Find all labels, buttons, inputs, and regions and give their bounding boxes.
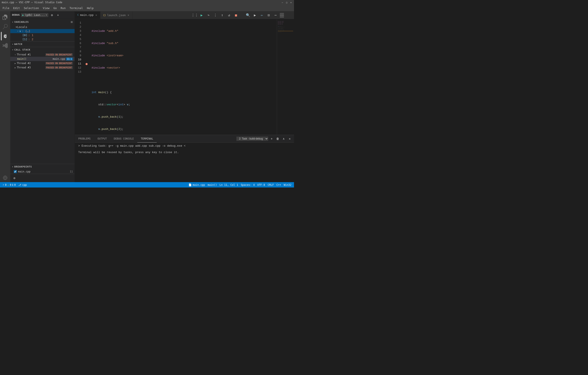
thread-2[interactable]: ▶ Thread #2 PAUSED ON BREAKPOINT [10, 61, 74, 65]
status-function[interactable]: main() [207, 183, 218, 186]
status-position[interactable]: Ln 11, Col 1 [219, 183, 239, 186]
code-line-9: v.push_back(2); [90, 127, 277, 131]
gutter-3 [85, 29, 90, 33]
status-line-ending[interactable]: CRLF [267, 183, 275, 186]
activity-remote[interactable] [1, 173, 10, 182]
breakpoint-checkbox[interactable] [14, 170, 17, 173]
code-line-5 [90, 78, 277, 82]
debug-continue-btn[interactable]: ▶ [199, 12, 205, 18]
tab-debug-console[interactable]: DEBUG CONSOLE [110, 135, 137, 143]
gutter-5 [85, 37, 90, 41]
layout-btn[interactable]: ⊡ [266, 12, 272, 18]
debug-sidebar-toggle[interactable]: ⋮⋮ [192, 12, 198, 18]
code-line-4: #include <vector> [90, 66, 277, 70]
menu-terminal[interactable]: Terminal [68, 6, 85, 11]
gutter-1 [85, 21, 90, 25]
debug-settings-btn[interactable]: ⚙ [50, 13, 54, 17]
gutter-2 [85, 25, 90, 29]
info-icon: ℹ [12, 183, 13, 186]
debug-controls: ⋮⋮ ▶ ↷ ⋮ ↑ ↺ ■ 🔍 ▶ ⇦ ⊡ ⋯ ███████████████… [190, 11, 294, 19]
activity-search[interactable] [1, 22, 10, 31]
var-v[interactable]: ▾ v : {…} [10, 29, 74, 33]
status-encoding[interactable]: UTF-8 [256, 183, 266, 186]
split-btn[interactable]: ⋯ [273, 12, 279, 18]
var-v-1[interactable]: [1] : 2 [10, 37, 74, 41]
debug-new-config-btn[interactable]: + [56, 13, 60, 17]
callstack-header[interactable]: ▾ CALL STACK [10, 47, 74, 53]
activity-debug[interactable] [1, 32, 10, 40]
minimize-button[interactable]: — [281, 1, 284, 4]
variables-panel: ▾ VARIABLES ⊞ ▾ Locals ▾ v : {…} [10, 19, 74, 41]
editor-gutter: ● [85, 19, 90, 135]
breakpoint-main-11[interactable]: main.cpp 11 [10, 170, 74, 174]
locals-group[interactable]: ▾ Locals [10, 25, 74, 29]
debug-stop-btn[interactable]: ■ [233, 12, 239, 18]
activity-extensions[interactable] [1, 41, 10, 50]
status-language[interactable]: C++ [275, 183, 282, 186]
watch-header[interactable]: ▾ WATCH [10, 42, 74, 47]
tab-main-cpp-close[interactable]: ✕ [95, 13, 98, 17]
status-spaces[interactable]: Spaces: 4 [240, 183, 255, 186]
thread-3[interactable]: ▶ Thread #3 PAUSED ON BREAKPOINT [10, 65, 74, 70]
sidebar-bottom: ⚙ [10, 174, 74, 182]
debug-restart-btn[interactable]: ↺ [226, 12, 232, 18]
terminal-line-3: Terminal will be reused by tasks, press … [78, 151, 291, 154]
debug-config-selector[interactable]: ▶ (gdb) Laun... ▾ [21, 13, 48, 17]
settings-btn[interactable]: ⚙ [12, 176, 17, 180]
menu-help[interactable]: Help [85, 6, 95, 11]
panel-maximize-btn[interactable]: ∧ [281, 136, 286, 141]
status-info: 0 [14, 183, 16, 186]
var-v-0[interactable]: [0] : 1 [10, 33, 74, 37]
menu-edit[interactable]: Edit [11, 6, 21, 11]
panel-close-btn[interactable]: ✕ [287, 136, 292, 141]
debug-more-btn[interactable]: ⋮ [212, 12, 218, 18]
close-button[interactable]: ✕ [290, 1, 292, 4]
status-filepath[interactable]: 📄 main.cpp [188, 183, 206, 186]
thread-1[interactable]: ▾ Thread #1 PAUSED ON BREAKPOINT [10, 53, 74, 57]
bottom-panel: PROBLEMS OUTPUT DEBUG CONSOLE TERMINAL 2… [75, 135, 294, 182]
variables-expand-btn[interactable]: ⊞ [71, 20, 73, 24]
tab-json-icon: {} [103, 14, 106, 17]
statusbar: ⚡ 0 ⚠ 0 ℹ 0 ⎇ cpp 📄 main.cpp main() Ln 1… [0, 182, 294, 188]
status-platform[interactable]: Win32 [283, 183, 292, 186]
status-branch[interactable]: ⎇ cpp [17, 183, 28, 186]
warning-icon: ⚠ [7, 183, 9, 186]
back-btn[interactable]: ⇦ [259, 12, 265, 18]
menu-go[interactable]: Go [52, 6, 58, 11]
menu-selection[interactable]: Selection [22, 6, 41, 11]
panel-trash-btn[interactable]: 🗑 [275, 136, 280, 141]
terminal-content: > Executing task: g++ -g main.cpp add.cp… [75, 143, 294, 182]
maximize-button[interactable]: □ [285, 1, 288, 4]
code-line-1: #include "add.h" [90, 29, 277, 33]
stack-frame-main[interactable]: main() main.cpp 11:1 [10, 57, 74, 61]
minimap-thumbnail: ████████████████████████████████████████ [279, 12, 292, 18]
search-editor-btn[interactable]: 🔍 [245, 12, 251, 18]
debug-toolbar: DEBUG ▶ (gdb) Laun... ▾ ⚙ + [10, 11, 74, 19]
gutter-10 [85, 58, 90, 62]
tab-problems[interactable]: PROBLEMS [75, 135, 94, 143]
variables-header[interactable]: ▾ VARIABLES ⊞ [10, 19, 74, 25]
code-editor[interactable]: 1 2 3 4 5 6 7 8 9 10 11 12 13 [75, 19, 294, 135]
terminal-line-1: > Executing task: g++ -g main.cpp add.cp… [78, 144, 291, 148]
tab-main-cpp[interactable]: C main.cpp ✕ [75, 11, 100, 19]
breakpoints-header[interactable]: ▾ BREAKPOINTS [10, 164, 74, 170]
gutter-12 [85, 66, 90, 70]
tab-output[interactable]: OUTPUT [94, 135, 110, 143]
tab-terminal[interactable]: TERMINAL [137, 135, 157, 143]
menu-file[interactable]: File [1, 6, 11, 11]
callstack-title: CALL STACK [14, 48, 30, 51]
menu-view[interactable]: View [41, 6, 51, 11]
tab-launch-json-close[interactable]: ✕ [127, 13, 130, 17]
status-left: ⚡ 0 ⚠ 0 ℹ 0 ⎇ cpp [2, 183, 28, 186]
panel-add-btn[interactable]: + [269, 136, 274, 141]
debug-step-out-btn[interactable]: ↑ [219, 12, 225, 18]
terminal-selector[interactable]: 2: Task - build-debug [236, 137, 268, 141]
run-btn[interactable]: ▶ [252, 12, 258, 18]
menu-run[interactable]: Run [59, 6, 67, 11]
status-debug[interactable]: ⚡ 0 ⚠ 0 ℹ 0 [2, 183, 17, 186]
tab-launch-json[interactable]: {} launch.json ✕ [100, 11, 133, 19]
debug-step-over-btn[interactable]: ↷ [205, 12, 211, 18]
activity-explorer[interactable] [1, 13, 10, 21]
code-line-3: #include <iostream> [90, 54, 277, 58]
code-line-7: std::vector<int> v; [90, 103, 277, 107]
